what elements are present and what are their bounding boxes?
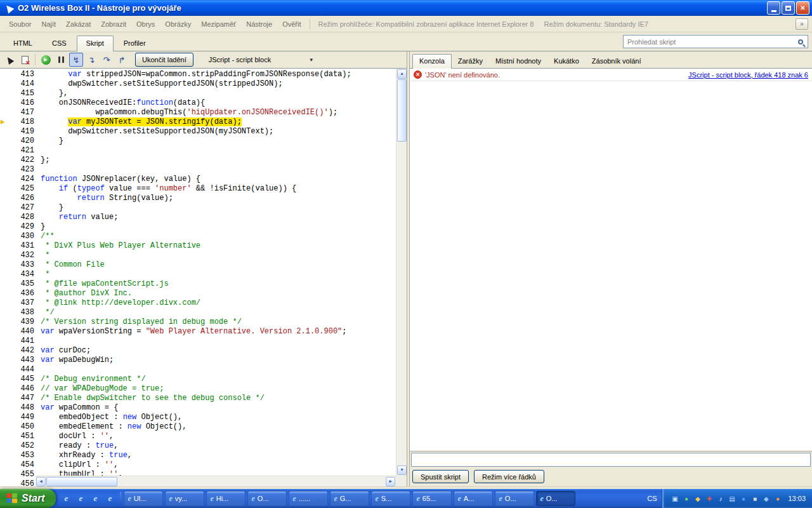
breakpoint-margin[interactable] <box>0 232 10 241</box>
code-line[interactable]: 439/* Version string displayed in debug … <box>0 318 396 327</box>
title-bar[interactable]: O2 Wireless Box II - Nástroje pro vývojá… <box>0 0 812 16</box>
code-line[interactable]: 442var curDoc; <box>0 346 396 356</box>
code-line[interactable]: 428 return value; <box>0 213 396 222</box>
console-tab-zar-ky[interactable]: Zarážky <box>452 55 489 68</box>
tray-icon-9[interactable]: ◆ <box>761 494 771 504</box>
search-button[interactable] <box>794 36 808 48</box>
breakpoint-margin[interactable] <box>0 413 10 422</box>
tray-icon-3[interactable]: ◆ <box>693 494 702 504</box>
error-source-link[interactable]: JScript - script block, řádek 418 znak 6 <box>688 71 808 79</box>
stop-debugging-button[interactable]: Ukončit ladění <box>135 53 193 67</box>
scroll-right-button[interactable]: ▶ <box>386 477 395 486</box>
code-line[interactable]: 421 <box>0 146 396 156</box>
breakpoint-margin[interactable] <box>0 346 10 356</box>
task-button-2[interactable]: evy... <box>165 491 204 506</box>
code-line[interactable]: 427 } <box>0 203 396 213</box>
breakpoint-margin[interactable] <box>0 422 10 432</box>
close-button[interactable]: ✕ <box>796 1 809 15</box>
code-line[interactable]: 434 * <box>0 270 396 279</box>
start-button[interactable]: Start <box>0 489 56 508</box>
tray-icon-8[interactable]: ■ <box>750 494 759 504</box>
code-line[interactable]: 430/** <box>0 232 396 241</box>
scroll-left-button[interactable]: ◀ <box>36 477 46 486</box>
quick-launch-icon-2[interactable]: e <box>75 493 86 504</box>
code-line[interactable]: 416 onJSONReceivedIE:function(data){ <box>0 98 396 108</box>
clear-error-button[interactable] <box>18 53 32 67</box>
step-out-button[interactable]: ↱ <box>115 53 129 67</box>
task-button-9[interactable]: eA... <box>454 491 493 506</box>
menu-item-ov-it[interactable]: Ověřit <box>277 18 306 30</box>
tray-icon-2[interactable]: ● <box>681 494 691 504</box>
menu-item-obrys[interactable]: Obrys <box>131 18 160 30</box>
breakpoint-margin[interactable] <box>0 98 10 108</box>
code-line[interactable]: 429} <box>0 222 396 232</box>
code-line[interactable]: 436 * @author DivX Inc. <box>0 289 396 298</box>
tray-icon-7[interactable]: ● <box>738 494 748 504</box>
task-button-8[interactable]: e65... <box>412 491 452 506</box>
breakpoint-margin[interactable] <box>0 222 10 232</box>
breakpoint-margin[interactable] <box>0 289 10 298</box>
search-input[interactable] <box>624 38 794 46</box>
tray-icon-6[interactable]: ▤ <box>727 494 737 504</box>
task-button-10[interactable]: eO... <box>495 491 534 506</box>
code-line[interactable]: 452 ready : true, <box>0 441 396 451</box>
horizontal-scrollbar[interactable]: ◀ ▶ <box>36 476 396 486</box>
breakpoint-margin[interactable] <box>0 403 10 413</box>
breakpoint-margin[interactable] <box>0 156 10 165</box>
maximize-button[interactable] <box>782 1 795 15</box>
code-line[interactable]: 424function JSONreplacer(key, value) { <box>0 175 396 184</box>
code-line[interactable]: 445/* Debug environment */ <box>0 375 396 384</box>
console-tab-kuk-tko[interactable]: Kukátko <box>547 55 586 68</box>
menu-item-naj-t[interactable]: Najít <box>36 18 61 30</box>
code-line[interactable]: 444 <box>0 365 396 375</box>
code-line[interactable]: 437 * @link http://developer.divx.com/ <box>0 298 396 308</box>
breakpoint-margin[interactable] <box>0 213 10 222</box>
code-line[interactable]: 446// var WPADebugMode = true; <box>0 384 396 394</box>
breakpoint-margin[interactable] <box>0 384 10 394</box>
code-line[interactable]: 435 * @file wpaContentScript.js <box>0 279 396 289</box>
quick-launch-icon-4[interactable]: e <box>105 493 115 504</box>
breakpoint-margin[interactable] <box>0 375 10 384</box>
breakpoint-margin[interactable] <box>0 394 10 403</box>
breakpoint-margin[interactable] <box>0 441 10 451</box>
language-indicator[interactable]: CS <box>642 495 662 502</box>
code-line[interactable]: 425 if (typeof value === 'number' && !is… <box>0 184 396 194</box>
select-element-button[interactable] <box>3 53 16 67</box>
code-line[interactable]: 431 * DivX Plus Web Player Alternative <box>0 241 396 251</box>
menu-item-n-stroje[interactable]: Nástroje <box>241 18 277 30</box>
source-file-select[interactable]: JScript - script block ▼ <box>205 53 318 66</box>
tab-skript[interactable]: Skript <box>77 36 114 51</box>
breakpoint-margin[interactable] <box>0 308 10 318</box>
breakpoint-margin[interactable] <box>0 137 10 146</box>
breakpoint-margin[interactable] <box>0 279 10 289</box>
breakpoint-margin[interactable] <box>0 365 10 375</box>
breakpoint-margin[interactable] <box>0 184 10 194</box>
code-line[interactable]: 426 return String(value); <box>0 194 396 203</box>
menu-item-obr-zky[interactable]: Obrázky <box>160 18 196 30</box>
code-line[interactable]: 450 embedElement : new Object(), <box>0 422 396 432</box>
breakpoint-margin[interactable] <box>0 298 10 308</box>
quick-launch-icon-1[interactable]: e <box>61 493 71 504</box>
breakpoint-margin[interactable] <box>0 479 10 486</box>
code-line[interactable]: 422}; <box>0 156 396 165</box>
tray-icon-10[interactable]: ● <box>773 494 782 504</box>
run-script-button[interactable]: Spustit skript <box>412 470 469 483</box>
breakpoint-margin[interactable] <box>0 70 10 79</box>
code-line[interactable]: 432 * <box>0 251 396 260</box>
breakpoint-margin[interactable] <box>0 165 10 175</box>
console-tab-m-stn-hodnoty[interactable]: Místní hodnoty <box>489 55 547 68</box>
vertical-scrollbar[interactable]: ▲ ▼ <box>396 69 407 476</box>
code-line[interactable]: 449 embedObject : new Object(), <box>0 413 396 422</box>
code-line[interactable]: 413 var strippedJSON=wpaCommon.stripPadd… <box>0 70 396 79</box>
continue-button[interactable]: ▶ <box>39 53 53 67</box>
breakpoint-margin[interactable] <box>0 108 10 117</box>
pause-button[interactable] <box>54 53 68 67</box>
code-line[interactable]: 433 * Common File <box>0 260 396 270</box>
breakpoint-margin[interactable] <box>0 327 10 337</box>
step-over-button[interactable]: ↷ <box>100 53 114 67</box>
step-into-button[interactable]: ↴ <box>84 53 98 67</box>
scroll-up-button[interactable]: ▲ <box>397 69 407 79</box>
task-button-1[interactable]: eUl... <box>124 491 163 506</box>
breakpoint-margin[interactable] <box>0 127 10 137</box>
breakpoint-margin[interactable] <box>0 260 10 270</box>
